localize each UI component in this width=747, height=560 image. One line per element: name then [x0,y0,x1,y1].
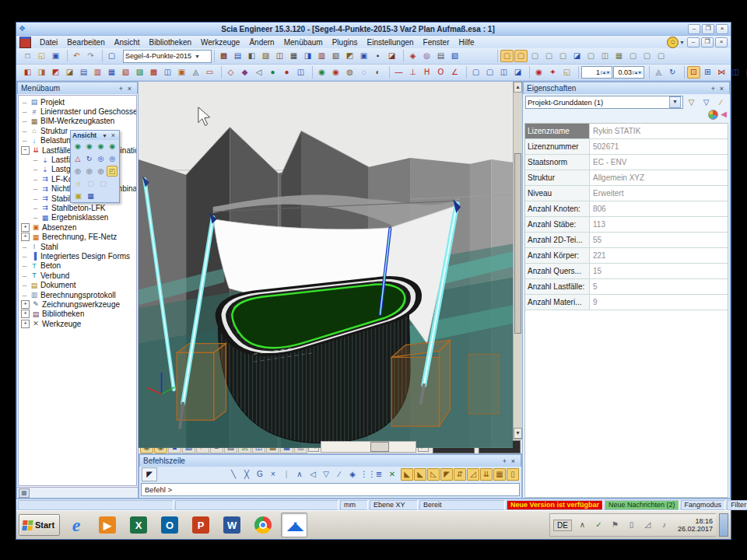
snap-orthogonal-icon[interactable]: ◤ [440,468,453,481]
clipboard-icon[interactable]: ▤ [434,50,447,62]
tree-item-bibliotheken[interactable]: +▤Bibliotheken [19,310,136,319]
snap-edge-icon[interactable]: ▯ [507,468,519,481]
title-bar[interactable]: ❖ Scia Engineer 15.3.120 - [Segel-4-Punk… [16,23,731,36]
view-right-icon[interactable]: ◉ [107,141,117,152]
menu-item-hilfe[interactable]: Hilfe [454,37,478,47]
chrome-taskbar-button[interactable] [250,513,276,537]
gallery-icon[interactable]: ▤ [231,50,244,62]
expand-icon[interactable]: + [21,320,30,328]
command-input[interactable]: Befehl > [141,483,520,496]
snap-intersection-icon[interactable]: ◺ [427,468,440,481]
layout-window-icon[interactable]: ▢ [556,50,570,62]
clipping-box-icon[interactable]: ▣ [72,191,84,201]
jet-icon[interactable]: ✦ [546,66,559,79]
catalog-icon[interactable]: ▩ [217,50,230,62]
close-button[interactable]: × [716,24,728,34]
property-value[interactable]: Rykin STATIK [590,124,728,138]
property-value[interactable]: 502671 [590,139,728,154]
link-icon[interactable]: ● [266,66,279,79]
table-edit-icon[interactable]: ▣ [175,66,188,79]
layout-window-icon[interactable]: ▢ [584,50,598,62]
view-parameters-icon[interactable]: ◨ [301,50,314,62]
delete-icon[interactable]: × [267,468,279,481]
property-value[interactable]: 113 [590,217,728,232]
snap-endpoint-icon[interactable]: ◣ [401,468,413,481]
property-value[interactable]: 221 [590,248,728,263]
restore-button[interactable]: ❐ [702,24,714,34]
panel-tab-icon[interactable]: ▦ [19,488,30,498]
status-check-icon[interactable]: ✓ [592,519,605,531]
scia-engineer-taskbar-button[interactable]: ◢◣ [281,513,307,537]
layout-window-icon[interactable]: ▢ [626,50,640,62]
menu-tree-header[interactable]: Menübaum + × [17,82,138,94]
render-mode-icon[interactable]: ▦ [85,191,96,201]
volume-icon[interactable]: ♪ [658,519,671,531]
node-toggle-icon[interactable]: ◉ [329,66,342,79]
view-x-icon[interactable]: ▢ [469,66,482,79]
tray-expand-icon[interactable]: ∧ [576,519,589,531]
zoom-previous-icon[interactable]: ◎ [84,166,95,177]
close-icon[interactable]: × [717,85,726,93]
property-row[interactable]: Anzahl 2D-Tei...55 [525,233,728,248]
library-icon[interactable]: ◫ [273,50,286,62]
select-tool-icon[interactable]: ◆ [238,66,251,79]
status-cell-fangmodus[interactable]: Fangmodus [681,500,726,510]
snap-cross-icon[interactable]: ✕ [386,468,398,481]
copy-add-data-icon[interactable]: ◧ [21,66,34,79]
snap-grid-icon[interactable]: ⇊ [480,468,493,481]
save-file-icon[interactable]: ▣ [49,50,62,62]
close-button[interactable]: × [715,37,728,47]
member-beam-icon[interactable]: ⋈ [715,66,728,79]
property-row[interactable]: Anzahl Quers...15 [525,264,728,279]
table-edit-icon[interactable]: ◫ [161,66,174,79]
tree-item-verbund[interactable]: –TVerbund [19,271,136,280]
view-y-icon[interactable]: ▢ [483,66,496,79]
layout-window-icon[interactable]: ▢ [514,50,528,62]
table-edit-icon[interactable]: ▨ [133,66,146,79]
redo-icon[interactable]: ↷ [84,50,97,62]
feedback-smiley-icon[interactable]: ☺ [667,37,679,48]
property-row[interactable]: Anzahl Lastfälle:5 [525,279,728,295]
activity-icon[interactable]: ▨ [259,50,272,62]
table-edit-icon[interactable]: ▭ [203,66,216,79]
vertex-move-icon[interactable]: ◁ [307,468,319,481]
property-value[interactable]: 15 [590,264,728,278]
menu-item-werkzeuge[interactable]: Werkzeuge [197,37,244,47]
tree-item-projekt[interactable]: –▤Projekt [19,97,136,107]
menu-item-datei[interactable]: Datei [36,37,61,47]
layers-icon[interactable]: ◧ [245,50,258,62]
stepper-arrows-icon[interactable]: ▲▼ [633,71,643,75]
close-icon[interactable]: × [509,457,517,465]
property-value[interactable]: 806 [590,201,728,216]
property-row[interactable]: Anzahl Materi...9 [525,295,728,310]
pin-icon[interactable]: + [500,457,509,465]
tree-item-absenzen[interactable]: +▣Absenzen [19,222,136,232]
pointer-icon[interactable]: ◁ [252,66,265,79]
draw-line-icon[interactable]: ╲ [227,468,240,481]
layout-window-icon[interactable]: ▢ [528,50,542,62]
divider-icon[interactable]: | [280,468,293,481]
zoom-stepper[interactable]: 1 ▲▼ [581,66,612,79]
chevron-down-icon[interactable]: ▼ [679,40,685,45]
cursor-snap-icon[interactable]: ◈ [346,468,359,481]
property-row[interactable]: LizenznameRykin STATIK [525,124,728,139]
menu-item-bibliotheken[interactable]: Bibliotheken [146,37,195,47]
named-items-icon[interactable]: ▥ [315,50,328,62]
undo-icon[interactable]: ↶ [70,50,83,62]
command-line-header[interactable]: Befehlszeile + × [139,454,521,467]
copy-add-data-icon[interactable]: ◪ [63,66,76,79]
snap-surface-icon[interactable]: ▦ [493,468,506,481]
new-file-icon[interactable]: □ [21,50,34,62]
property-row[interactable]: Anzahl Körper:221 [525,248,728,264]
zoom-window-icon[interactable]: ◎ [72,166,83,177]
property-row[interactable]: NiveauErweitert [525,186,728,201]
property-row[interactable]: StrukturAllgemein XYZ [525,170,728,186]
language-indicator[interactable]: DE [553,520,572,531]
scroll-down-icon[interactable]: ▼ [514,428,522,439]
view-axo-icon[interactable]: ◪ [511,66,524,79]
tree-item-stahl[interactable]: –IStahl [19,242,136,251]
snap-tangent-icon[interactable]: ⇵ [454,468,466,481]
link-icon[interactable]: ● [280,66,293,79]
tree-item-ergebnisklassen[interactable]: –▦Ergebnisklassen [19,213,136,222]
member-label-icon[interactable]: ◍ [343,66,356,79]
